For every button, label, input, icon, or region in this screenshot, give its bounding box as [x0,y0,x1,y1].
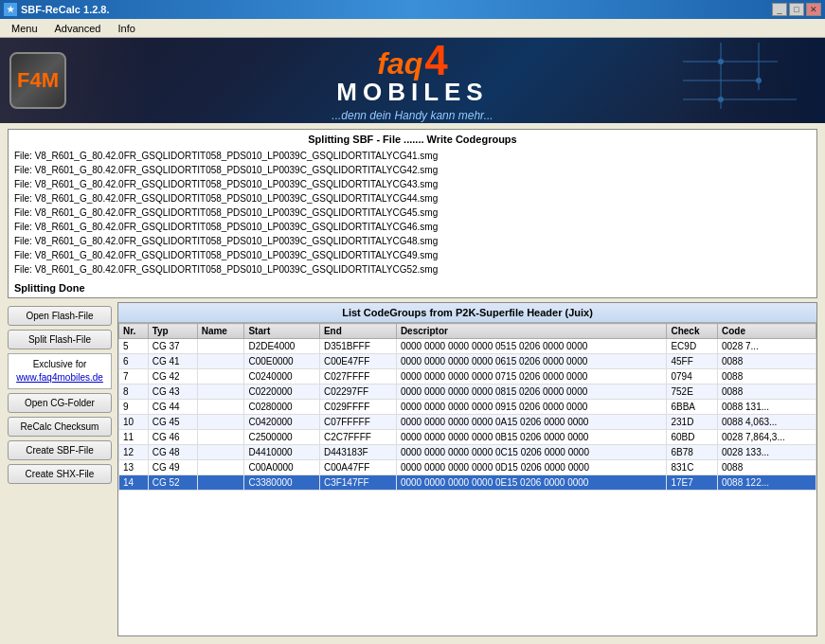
open-cg-folder-button[interactable]: Open CG-Folder [8,393,112,413]
svg-point-7 [718,97,724,102]
table-body: 5CG 37D2DE4000D351BFFF0000 0000 0000 000… [119,339,816,491]
table-row[interactable]: 7CG 42C0240000C027FFFF0000 0000 0000 000… [119,369,816,385]
table-row[interactable]: 14CG 52C3380000C3F147FF0000 0000 0000 00… [119,475,816,491]
table-row[interactable]: 6CG 41C00E0000C00E47FF0000 0000 0000 000… [119,354,816,369]
table-cell: 0000 0000 0000 0000 0515 0206 0000 0000 [396,339,667,354]
table-cell: CG 45 [148,415,197,430]
col-name: Name [197,324,244,339]
table-cell: 0088 [718,385,816,400]
table-cell [197,369,244,385]
table-cell: 12 [119,445,149,460]
banner-right [673,38,825,123]
table-cell: C00E47FF [319,354,396,369]
col-end: End [319,324,396,339]
log-area: Splitting SBF - File ....... Write Codeg… [8,129,817,298]
table-cell: C0240000 [244,369,319,385]
svg-point-6 [756,78,762,83]
table-cell: EC9D [667,339,718,354]
table-cell [197,430,244,445]
table-cell [197,354,244,369]
col-typ: Typ [148,324,197,339]
table-row[interactable]: 12CG 48D4410000D443183F0000 0000 0000 00… [119,445,816,460]
menu-item-info[interactable]: Info [110,21,142,36]
table-cell: C0220000 [244,385,319,400]
table-cell: 10 [119,415,149,430]
table-cell: 6BBA [667,400,718,415]
table-cell: 0028 133... [718,445,816,460]
logo-mobiles: MOBILES [336,78,488,107]
table-cell: 7 [119,369,149,385]
table-cell: 8 [119,385,149,400]
main-content: Splitting SBF - File ....... Write Codeg… [0,123,825,644]
logo-4: 4 [424,40,447,81]
table-cell: 60BD [667,430,718,445]
table-cell: C2C7FFFF [319,430,396,445]
table-cell: 0028 7... [718,339,816,354]
log-line: File: V8_R601_G_80.42.0FR_GSQLIDORTIT058… [14,177,811,191]
table-cell: D443183F [319,445,396,460]
table-cell: 45FF [667,354,718,369]
table-cell: 0000 0000 0000 0000 0E15 0206 0000 0000 [396,475,667,491]
table-cell: D2DE4000 [244,339,319,354]
table-cell [197,339,244,354]
recalc-checksum-button[interactable]: ReCalc Checksum [8,417,112,437]
maximize-button[interactable]: □ [789,3,804,16]
logo-faq: faq [377,46,422,81]
log-line: File: V8_R601_G_80.42.0FR_GSQLIDORTIT058… [14,262,811,277]
table-cell: 14 [119,475,149,491]
f4m-badge: F4M [9,52,66,109]
table-cell: 6 [119,354,149,369]
log-footer: Splitting Done [14,282,811,294]
table-cell: 0000 0000 0000 0000 0A15 0206 0000 0000 [396,415,667,430]
table-row[interactable]: 8CG 43C0220000C02297FF0000 0000 0000 000… [119,385,816,400]
table-cell: C3F147FF [319,475,396,491]
table-cell [197,460,244,475]
create-shx-file-button[interactable]: Create SHX-File [8,464,112,484]
table-cell: D4410000 [244,445,319,460]
table-cell: C0280000 [244,400,319,415]
table-title: List CodeGroups from P2K-Superfile Heade… [118,303,816,323]
circuit-decoration [683,43,816,109]
col-start: Start [244,324,319,339]
create-sbf-file-button[interactable]: Create SBF-File [8,440,112,460]
table-cell: CG 46 [148,430,197,445]
split-flash-file-button[interactable]: Split Flash-File [8,330,112,349]
table-cell: C029FFFF [319,400,396,415]
table-cell: CG 41 [148,354,197,369]
table-row[interactable]: 13CG 49C00A0000C00A47FF0000 0000 0000 00… [119,460,816,475]
log-line: File: V8_R601_G_80.42.0FR_GSQLIDORTIT058… [14,191,811,206]
table-area[interactable]: List CodeGroups from P2K-Superfile Heade… [117,302,817,636]
table-cell: C0420000 [244,415,319,430]
table-cell: 0088 [718,460,816,475]
svg-point-5 [718,59,724,64]
table-cell: 0000 0000 0000 0000 0915 0206 0000 0000 [396,400,667,415]
open-flash-file-button[interactable]: Open Flash-File [8,306,112,326]
table-cell: CG 49 [148,460,197,475]
table-cell: 5 [119,339,149,354]
exclusive-url[interactable]: www.faq4mobiles.de [16,372,103,383]
table-cell: 6B78 [667,445,718,460]
banner-logo: faq 4 MOBILES ...denn dein Handy kann me… [332,40,493,122]
close-button[interactable]: ✕ [806,3,821,16]
table-cell: 0000 0000 0000 0000 0615 0206 0000 0000 [396,354,667,369]
table-row[interactable]: 5CG 37D2DE4000D351BFFF0000 0000 0000 000… [119,339,816,354]
col-nr: Nr. [119,324,149,339]
log-line: File: V8_R601_G_80.42.0FR_GSQLIDORTIT058… [14,163,811,177]
table-cell: 0028 7,864,3... [718,430,816,445]
table-row[interactable]: 10CG 45C0420000C07FFFFF0000 0000 0000 00… [119,415,816,430]
banner-tagline: ...denn dein Handy kann mehr... [332,109,493,122]
table-cell: 9 [119,400,149,415]
table-cell: C2500000 [244,430,319,445]
table-cell: 0000 0000 0000 0000 0B15 0206 0000 0000 [396,430,667,445]
log-line: File: V8_R601_G_80.42.0FR_GSQLIDORTIT058… [14,234,811,248]
table-cell: 0088 [718,369,816,385]
table-cell: 0000 0000 0000 0000 0815 0206 0000 0000 [396,385,667,400]
table-row[interactable]: 9CG 44C0280000C029FFFF0000 0000 0000 000… [119,400,816,415]
menu-item-advanced[interactable]: Advanced [47,21,109,36]
table-cell [197,400,244,415]
window-controls[interactable]: _ □ ✕ [772,3,821,16]
minimize-button[interactable]: _ [772,3,787,16]
log-line: File: V8_R601_G_80.42.0FR_GSQLIDORTIT058… [14,220,811,234]
table-row[interactable]: 11CG 46C2500000C2C7FFFF0000 0000 0000 00… [119,430,816,445]
menu-item-menu[interactable]: Menu [4,21,45,36]
